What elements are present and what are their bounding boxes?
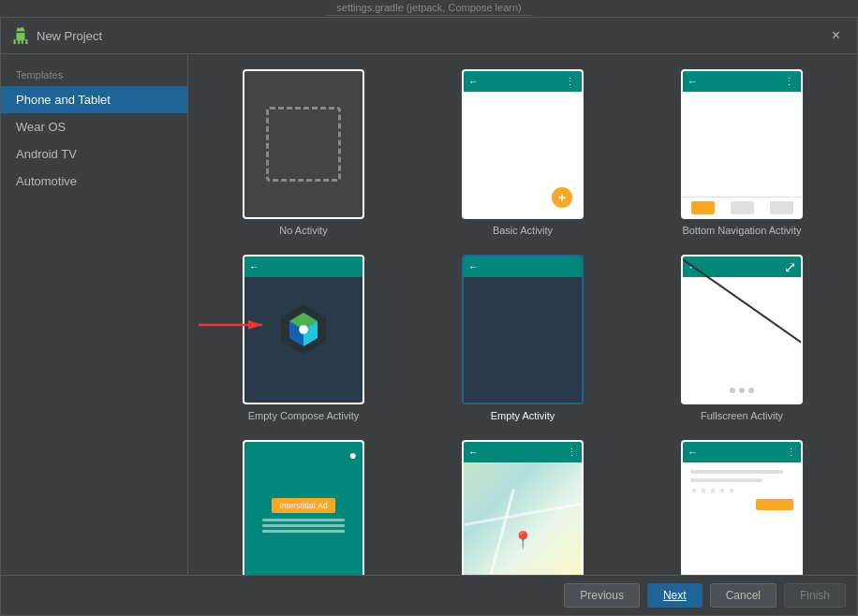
back-arrow-empty: ←	[468, 261, 479, 272]
phone-top-bar-empty: ←	[464, 257, 582, 277]
template-label-bottom-nav: Bottom Navigation Activity	[682, 225, 801, 236]
dialog-footer: Previous Next Cancel Finish	[1, 575, 857, 615]
map-road-2	[465, 503, 582, 526]
star-3	[709, 487, 717, 494]
stars-row	[690, 487, 793, 494]
svg-point-6	[299, 325, 308, 334]
back-arrow-maps: ←	[468, 447, 479, 458]
template-card-google-maps[interactable]: ← ⋮ 📍 Google Maps Activity	[422, 440, 623, 575]
bottom-nav-item-2	[731, 201, 754, 214]
finish-button[interactable]: Finish	[784, 583, 846, 608]
fullscreen-pagination-dots	[730, 388, 754, 393]
fullscreen-preview: ← ⤢	[683, 257, 801, 403]
map-pin-icon: 📍	[512, 530, 533, 550]
login-button-preview	[756, 499, 793, 510]
login-preview: ← ⋮	[683, 442, 801, 575]
android-icon	[12, 27, 29, 44]
back-arrow-compose: ←	[249, 261, 259, 272]
templates-grid: No Activity ← ⋮ +	[188, 54, 857, 575]
dot-3	[748, 388, 754, 393]
topbar-hint: settings.gradle (jetpack, Compose learn)	[325, 0, 532, 16]
no-activity-preview	[244, 71, 362, 217]
template-card-interstitial-ad[interactable]: ● Interstitial Ad Interstitial Ad	[203, 440, 404, 575]
template-card-basic-activity[interactable]: ← ⋮ + Basic Activity	[422, 69, 623, 236]
star-4	[718, 487, 726, 494]
template-preview-fullscreen: ← ⤢	[681, 255, 803, 404]
bottom-nav-item-1	[691, 201, 715, 214]
new-project-dialog: New Project × Templates Phone and Tablet…	[0, 17, 858, 616]
back-arrow-login: ←	[688, 447, 698, 458]
red-arrow-indicator	[199, 311, 274, 342]
template-label-no-activity: No Activity	[279, 225, 327, 236]
more-icon-2: ⋮	[784, 76, 796, 88]
bottom-nav-item-3	[770, 201, 793, 214]
more-icon-login: ⋮	[786, 447, 796, 459]
sidebar-item-label-android-tv: Android TV	[16, 147, 77, 161]
phone-mockup-bottom-nav: ← ⋮	[683, 71, 801, 217]
map-road-1	[486, 489, 515, 575]
cancel-button[interactable]: Cancel	[710, 583, 777, 608]
template-preview-bottom-nav: ← ⋮	[681, 69, 803, 219]
login-top-bar: ← ⋮	[683, 442, 801, 462]
sidebar: Templates Phone and Tablet Wear OS Andro…	[1, 54, 188, 575]
dot-1	[730, 388, 735, 393]
login-body	[683, 462, 801, 575]
template-card-empty-compose[interactable]: ←	[203, 255, 404, 421]
title-bar-left: New Project	[12, 27, 102, 44]
next-button[interactable]: Next	[647, 583, 703, 608]
phone-top-bar-bottom-nav: ← ⋮	[683, 71, 801, 92]
star-1	[690, 487, 698, 494]
previous-button[interactable]: Previous	[564, 583, 640, 608]
phone-body-basic: +	[464, 92, 582, 217]
login-line-1	[690, 470, 783, 474]
template-preview-google-maps: ← ⋮ 📍	[462, 440, 584, 575]
template-label-fullscreen: Fullscreen Activity	[701, 410, 783, 421]
back-arrow-icon-2: ←	[688, 76, 698, 87]
sidebar-item-android-tv[interactable]: Android TV	[1, 140, 187, 168]
template-label-empty-compose: Empty Compose Activity	[248, 410, 360, 421]
sidebar-section-title: Templates	[1, 62, 187, 86]
ad-line-2	[262, 524, 345, 527]
phone-mockup-basic: ← ⋮ +	[464, 71, 582, 217]
maps-preview: ← ⋮ 📍	[464, 442, 582, 575]
sidebar-item-wear-os[interactable]: Wear OS	[1, 113, 187, 140]
compose-logo-icon	[275, 301, 332, 358]
expand-icon-fullscreen: ⤢	[784, 258, 796, 276]
sidebar-item-phone-tablet[interactable]: Phone and Tablet	[1, 86, 187, 113]
dot-2	[739, 388, 745, 393]
ad-lines	[262, 519, 345, 533]
sidebar-item-label-wear-os: Wear OS	[16, 120, 66, 134]
template-preview-no-activity	[243, 69, 364, 219]
template-label-basic-activity: Basic Activity	[493, 225, 553, 236]
template-preview-interstitial-ad: ● Interstitial Ad	[243, 440, 364, 575]
template-card-empty-activity[interactable]: ← Empty Activity	[422, 255, 623, 421]
more-icon-maps: ⋮	[567, 447, 577, 459]
back-arrow-icon: ←	[468, 76, 479, 87]
template-card-fullscreen[interactable]: ← ⤢ Fullscreen Activity	[642, 255, 842, 421]
close-button[interactable]: ×	[826, 25, 846, 46]
bottom-nav-bar	[683, 197, 801, 217]
sidebar-item-label-automotive: Automotive	[16, 174, 77, 188]
template-label-empty-activity: Empty Activity	[491, 410, 555, 421]
template-preview-empty-activity: ←	[462, 255, 584, 404]
title-bar: New Project ×	[1, 18, 857, 54]
dashed-rect	[266, 107, 341, 182]
ad-line-3	[262, 530, 345, 533]
login-line-2	[690, 478, 762, 482]
template-card-login[interactable]: ← ⋮	[642, 440, 842, 575]
star-5	[728, 487, 735, 494]
fullscreen-top-bar: ← ⤢	[683, 257, 801, 277]
fab-icon: +	[552, 187, 572, 208]
template-card-no-activity[interactable]: No Activity	[203, 69, 404, 236]
sidebar-item-automotive[interactable]: Automotive	[1, 168, 187, 195]
more-icon: ⋮	[565, 76, 577, 88]
template-card-bottom-nav[interactable]: ← ⋮ Bottom Navigation Activity	[642, 69, 842, 236]
interstitial-preview: ● Interstitial Ad	[244, 442, 362, 575]
phone-body-bottom-nav	[683, 92, 801, 197]
phone-mockup-empty: ←	[464, 257, 582, 403]
star-2	[700, 487, 707, 494]
ad-badge: Interstitial Ad	[272, 498, 335, 513]
ad-line-1	[262, 519, 345, 521]
sidebar-item-label-phone-tablet: Phone and Tablet	[16, 93, 111, 107]
maps-top-bar: ← ⋮	[464, 442, 582, 462]
